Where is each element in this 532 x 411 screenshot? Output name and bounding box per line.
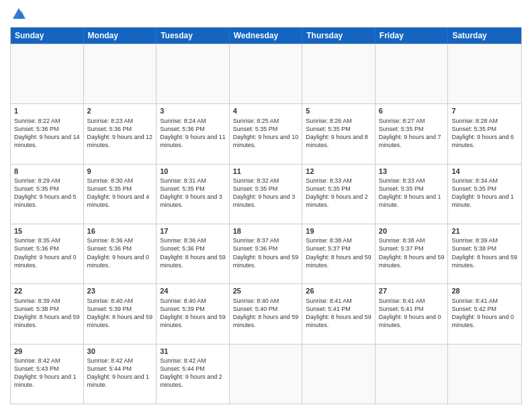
calendar-row-2: 8Sunrise: 8:29 AMSunset: 5:35 PMDaylight…	[11, 164, 521, 224]
day-number: 12	[306, 167, 371, 176]
day-number: 31	[160, 347, 226, 356]
day-number: 4	[233, 106, 299, 116]
day-number: 19	[306, 226, 371, 236]
day-number: 2	[87, 106, 153, 116]
calendar-header: SundayMondayTuesdayWednesdayThursdayFrid…	[11, 28, 521, 44]
day-cell-10: 10Sunrise: 8:31 AMSunset: 5:35 PMDayligh…	[157, 165, 230, 224]
calendar-row-0	[11, 44, 521, 103]
day-cell-12: 12Sunrise: 8:33 AMSunset: 5:35 PMDayligh…	[302, 165, 375, 224]
day-cell-7: 7Sunrise: 8:28 AMSunset: 5:35 PMDaylight…	[448, 104, 521, 163]
day-cell-1: 1Sunrise: 8:22 AMSunset: 5:36 PMDaylight…	[11, 104, 84, 163]
logo-icon	[11, 7, 26, 21]
day-details: Sunrise: 8:39 AMSunset: 5:38 PMDaylight:…	[14, 297, 80, 330]
day-cell-19: 19Sunrise: 8:38 AMSunset: 5:37 PMDayligh…	[302, 224, 375, 283]
day-number: 1	[14, 106, 80, 116]
calendar-row-5: 29Sunrise: 8:42 AMSunset: 5:43 PMDayligh…	[11, 344, 521, 404]
day-details: Sunrise: 8:33 AMSunset: 5:35 PMDaylight:…	[306, 177, 371, 210]
day-cell-21: 21Sunrise: 8:39 AMSunset: 5:38 PMDayligh…	[448, 224, 521, 283]
day-details: Sunrise: 8:40 AMSunset: 5:39 PMDaylight:…	[160, 297, 226, 330]
day-details: Sunrise: 8:30 AMSunset: 5:35 PMDaylight:…	[87, 177, 153, 210]
day-details: Sunrise: 8:35 AMSunset: 5:36 PMDaylight:…	[14, 236, 80, 269]
day-details: Sunrise: 8:22 AMSunset: 5:36 PMDaylight:…	[14, 117, 80, 150]
day-number: 22	[14, 286, 80, 295]
day-cell-22: 22Sunrise: 8:39 AMSunset: 5:38 PMDayligh…	[11, 284, 84, 343]
day-number: 20	[379, 226, 445, 236]
day-header-saturday: Saturday	[448, 28, 521, 44]
day-number: 6	[379, 106, 445, 116]
empty-cell	[230, 345, 303, 404]
day-cell-16: 16Sunrise: 8:36 AMSunset: 5:36 PMDayligh…	[84, 224, 157, 283]
day-cell-27: 27Sunrise: 8:41 AMSunset: 5:41 PMDayligh…	[375, 284, 449, 343]
day-number: 8	[14, 167, 80, 176]
day-cell-28: 28Sunrise: 8:41 AMSunset: 5:42 PMDayligh…	[448, 284, 521, 343]
day-cell-13: 13Sunrise: 8:33 AMSunset: 5:35 PMDayligh…	[375, 165, 449, 224]
day-cell-2: 2Sunrise: 8:23 AMSunset: 5:36 PMDaylight…	[84, 104, 157, 163]
empty-cell	[302, 44, 375, 103]
empty-cell	[448, 44, 521, 103]
day-details: Sunrise: 8:24 AMSunset: 5:36 PMDaylight:…	[160, 117, 226, 150]
day-details: Sunrise: 8:42 AMSunset: 5:44 PMDaylight:…	[87, 357, 153, 390]
calendar-row-1: 1Sunrise: 8:22 AMSunset: 5:36 PMDaylight…	[11, 103, 521, 163]
logo	[10, 7, 26, 21]
calendar: SundayMondayTuesdayWednesdayThursdayFrid…	[10, 27, 522, 404]
day-details: Sunrise: 8:37 AMSunset: 5:36 PMDaylight:…	[233, 236, 299, 269]
calendar-body: 1Sunrise: 8:22 AMSunset: 5:36 PMDaylight…	[11, 44, 521, 404]
day-number: 3	[160, 106, 226, 116]
day-header-wednesday: Wednesday	[230, 28, 303, 44]
day-details: Sunrise: 8:38 AMSunset: 5:37 PMDaylight:…	[306, 236, 371, 269]
day-number: 5	[306, 106, 371, 116]
day-cell-26: 26Sunrise: 8:41 AMSunset: 5:41 PMDayligh…	[302, 284, 375, 343]
empty-cell	[11, 44, 84, 103]
day-details: Sunrise: 8:34 AMSunset: 5:35 PMDaylight:…	[451, 177, 518, 210]
day-header-tuesday: Tuesday	[157, 28, 230, 44]
day-number: 30	[87, 347, 153, 356]
day-cell-4: 4Sunrise: 8:25 AMSunset: 5:35 PMDaylight…	[230, 104, 303, 163]
day-number: 10	[160, 167, 226, 176]
day-details: Sunrise: 8:42 AMSunset: 5:44 PMDaylight:…	[160, 357, 226, 390]
day-details: Sunrise: 8:28 AMSunset: 5:35 PMDaylight:…	[451, 117, 518, 150]
day-details: Sunrise: 8:42 AMSunset: 5:43 PMDaylight:…	[14, 357, 80, 390]
day-header-friday: Friday	[375, 28, 449, 44]
day-cell-3: 3Sunrise: 8:24 AMSunset: 5:36 PMDaylight…	[157, 104, 230, 163]
day-details: Sunrise: 8:29 AMSunset: 5:35 PMDaylight:…	[14, 177, 80, 210]
day-details: Sunrise: 8:27 AMSunset: 5:35 PMDaylight:…	[379, 117, 445, 150]
day-details: Sunrise: 8:41 AMSunset: 5:41 PMDaylight:…	[306, 297, 371, 330]
day-cell-30: 30Sunrise: 8:42 AMSunset: 5:44 PMDayligh…	[84, 345, 157, 404]
day-number: 16	[87, 226, 153, 236]
day-cell-8: 8Sunrise: 8:29 AMSunset: 5:35 PMDaylight…	[11, 165, 84, 224]
day-number: 26	[306, 286, 371, 295]
day-details: Sunrise: 8:36 AMSunset: 5:36 PMDaylight:…	[87, 236, 153, 269]
day-cell-31: 31Sunrise: 8:42 AMSunset: 5:44 PMDayligh…	[157, 345, 230, 404]
day-cell-5: 5Sunrise: 8:26 AMSunset: 5:35 PMDaylight…	[302, 104, 375, 163]
day-details: Sunrise: 8:41 AMSunset: 5:41 PMDaylight:…	[379, 297, 445, 330]
day-number: 29	[14, 347, 80, 356]
day-details: Sunrise: 8:38 AMSunset: 5:37 PMDaylight:…	[379, 236, 445, 269]
day-details: Sunrise: 8:25 AMSunset: 5:35 PMDaylight:…	[233, 117, 299, 150]
day-cell-25: 25Sunrise: 8:40 AMSunset: 5:40 PMDayligh…	[230, 284, 303, 343]
day-cell-9: 9Sunrise: 8:30 AMSunset: 5:35 PMDaylight…	[84, 165, 157, 224]
day-number: 13	[379, 167, 445, 176]
empty-cell	[448, 345, 521, 404]
day-number: 21	[451, 226, 518, 236]
day-number: 9	[87, 167, 153, 176]
empty-cell	[230, 44, 303, 103]
day-cell-14: 14Sunrise: 8:34 AMSunset: 5:35 PMDayligh…	[448, 165, 521, 224]
day-details: Sunrise: 8:39 AMSunset: 5:38 PMDaylight:…	[451, 236, 518, 269]
day-details: Sunrise: 8:36 AMSunset: 5:36 PMDaylight:…	[160, 236, 226, 269]
day-cell-29: 29Sunrise: 8:42 AMSunset: 5:43 PMDayligh…	[11, 345, 84, 404]
empty-cell	[375, 345, 449, 404]
day-cell-18: 18Sunrise: 8:37 AMSunset: 5:36 PMDayligh…	[230, 224, 303, 283]
day-details: Sunrise: 8:26 AMSunset: 5:35 PMDaylight:…	[306, 117, 371, 150]
day-details: Sunrise: 8:31 AMSunset: 5:35 PMDaylight:…	[160, 177, 226, 210]
day-number: 27	[379, 286, 445, 295]
day-details: Sunrise: 8:32 AMSunset: 5:35 PMDaylight:…	[233, 177, 299, 210]
day-details: Sunrise: 8:41 AMSunset: 5:42 PMDaylight:…	[451, 297, 518, 330]
day-cell-11: 11Sunrise: 8:32 AMSunset: 5:35 PMDayligh…	[230, 165, 303, 224]
day-number: 15	[14, 226, 80, 236]
page: SundayMondayTuesdayWednesdayThursdayFrid…	[0, 0, 532, 411]
day-cell-20: 20Sunrise: 8:38 AMSunset: 5:37 PMDayligh…	[375, 224, 449, 283]
day-cell-23: 23Sunrise: 8:40 AMSunset: 5:39 PMDayligh…	[84, 284, 157, 343]
day-cell-15: 15Sunrise: 8:35 AMSunset: 5:36 PMDayligh…	[11, 224, 84, 283]
day-details: Sunrise: 8:23 AMSunset: 5:36 PMDaylight:…	[87, 117, 153, 150]
day-details: Sunrise: 8:40 AMSunset: 5:39 PMDaylight:…	[87, 297, 153, 330]
